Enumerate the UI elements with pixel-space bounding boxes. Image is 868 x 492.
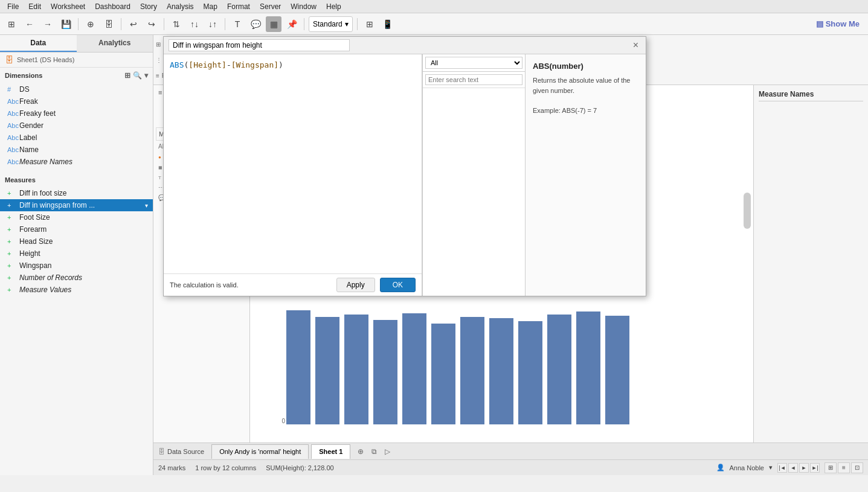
menu-file[interactable]: File [2,1,24,12]
menu-worksheet[interactable]: Worksheet [46,1,90,12]
duplicate-sheet-icon[interactable]: ⧉ [368,446,379,457]
dimension-item-gender[interactable]: AbcGender [0,120,153,132]
chart-bar-3[interactable] [373,320,397,424]
func-search-input[interactable] [425,74,522,85]
chart-bar-6[interactable] [460,317,484,424]
dimension-item-measure-names[interactable]: AbcMeasure Names [0,156,153,168]
toolbar-sep5 [304,18,304,30]
grid-view-btn[interactable]: ⊞ [825,462,837,473]
measure-item-measure-values[interactable]: +Measure Values [0,284,153,296]
fit-btn[interactable]: ⊞ [362,16,378,32]
measure-names-title: Measure Names [759,90,863,101]
prev-page-btn[interactable]: ◄ [788,463,798,473]
calc-close-button[interactable]: × [631,40,641,51]
chart-bar-2[interactable] [344,315,368,424]
dimension-item-freaky-feet[interactable]: AbcFreaky feet [0,107,153,120]
datasource-tab[interactable]: 🗄 Data Source [153,447,209,456]
measure-item-wingspan[interactable]: +Wingspan [0,260,153,272]
menu-edit[interactable]: Edit [24,1,46,12]
datasource-name[interactable]: Sheet1 (DS Heads) [17,56,74,63]
measure-icon: + [7,274,16,281]
marks-count: 24 marks [158,464,185,471]
dimension-item-ds[interactable]: #DS [0,83,153,95]
scroll-handle[interactable] [744,193,751,229]
compact-view-btn[interactable]: ⊡ [851,462,863,473]
dimensions-header: Dimensions ⊞ 🔍 ▾ [0,68,153,82]
dimensions-grid-icon[interactable]: ⊞ [124,71,130,80]
present-icon[interactable]: ▷ [382,446,393,457]
next-page-btn[interactable]: ► [799,463,809,473]
menu-format[interactable]: Format [222,1,255,12]
tab-analytics[interactable]: Analytics [77,35,153,52]
dimensions-add-icon[interactable]: ▾ [144,71,148,80]
sheet-normal-height-tab[interactable]: Only Andy is 'normal' height [211,444,309,459]
chart-bar-11[interactable] [605,316,629,424]
menu-window[interactable]: Window [286,1,321,12]
toolbar-sep3 [164,18,164,30]
view-buttons: ⊞ ≡ ⊡ [825,462,863,473]
func-desc-example: Example: ABS(-7) = 7 [533,107,597,114]
calc-title-input[interactable] [169,39,350,51]
chart-bar-4[interactable] [402,313,426,424]
show-me-button[interactable]: ▤ Show Me [811,17,864,31]
formula-fn: ABS [170,60,184,69]
measure-item-diff-in-foot-size[interactable]: +Diff in foot size [0,187,153,199]
chart-bar-10[interactable] [576,311,600,424]
measure-item-height[interactable]: +Height [0,248,153,260]
measure-item-head-size[interactable]: +Head Size [0,235,153,248]
chart-bar-1[interactable] [315,317,339,424]
label-btn[interactable]: T [230,16,245,32]
undo-btn[interactable]: ↩ [126,16,141,32]
func-panel: AllNumberStringDateLogicalAggregateUser [422,54,525,296]
chart-bar-0[interactable] [286,310,310,424]
chart-bar-5[interactable] [431,324,455,424]
chart-bar-9[interactable] [547,315,571,424]
tooltip-btn[interactable]: 💬 [248,16,263,32]
calc-ok-button[interactable]: OK [380,278,416,292]
last-page-btn[interactable]: ►| [810,463,820,473]
calc-formula-display[interactable]: ABS([Height]-[Wingspan]) [164,54,422,273]
list-view-btn[interactable]: ≡ [838,462,850,473]
data-analytics-tabs: Data Analytics [0,35,153,53]
menu-help[interactable]: Help [321,1,346,12]
sort-asc-btn[interactable]: ↑↓ [187,16,202,32]
device-preview-btn[interactable]: 📱 [380,16,396,32]
add-sheet-icon[interactable]: ⊕ [355,446,366,457]
func-category-select[interactable]: AllNumberStringDateLogicalAggregateUser [425,57,522,69]
swap-rows-cols-btn[interactable]: ⇅ [169,16,184,32]
dimension-item-freak[interactable]: AbcFreak [0,95,153,107]
viz-size-dropdown[interactable]: Standard ▾ [309,16,353,32]
add-datasource-btn[interactable]: ⊕ [83,16,98,32]
menu-server[interactable]: Server [255,1,286,12]
datasource-btn[interactable]: 🗄 [101,16,117,32]
user-dropdown-icon[interactable]: ▾ [769,464,773,471]
menu-analysis[interactable]: Analysis [162,1,199,12]
measure-item-number-of-records[interactable]: +Number of Records [0,272,153,284]
chart-bar-8[interactable] [518,321,542,424]
measures-list: +Diff in foot size+Diff in wingspan from… [0,186,153,297]
menu-dashboard[interactable]: Dashboard [90,1,135,12]
dimensions-search-icon[interactable]: 🔍 [133,71,142,80]
tab-data[interactable]: Data [0,35,77,52]
measure-item-forearm[interactable]: +Forearm [0,223,153,235]
save-btn[interactable]: 💾 [58,16,74,32]
measure-label: Diff in foot size [19,189,66,197]
measure-item-diff-in-wingspan-from-...[interactable]: +Diff in wingspan from ... ▾ [0,199,153,211]
page-nav: |◄ ◄ ► ►| [777,463,820,473]
dimension-item-label[interactable]: AbcLabel [0,132,153,144]
chart-bar-7[interactable] [489,318,513,424]
first-page-btn[interactable]: |◄ [777,463,787,473]
forward-btn[interactable]: → [40,16,56,32]
measure-item-foot-size[interactable]: +Foot Size [0,211,153,223]
mark-type-btn[interactable]: ▦ [266,16,281,32]
calc-apply-button[interactable]: Apply [336,278,375,292]
dimension-item-name[interactable]: AbcName [0,144,153,156]
pin-btn[interactable]: 📌 [284,16,300,32]
back-btn[interactable]: ← [22,16,37,32]
sheet1-tab[interactable]: Sheet 1 [311,444,350,459]
sort-desc-btn[interactable]: ↓↑ [205,16,220,32]
new-workbook-btn[interactable]: ⊞ [4,16,19,32]
menu-map[interactable]: Map [199,1,222,12]
menu-story[interactable]: Story [135,1,162,12]
redo-btn[interactable]: ↪ [144,16,159,32]
